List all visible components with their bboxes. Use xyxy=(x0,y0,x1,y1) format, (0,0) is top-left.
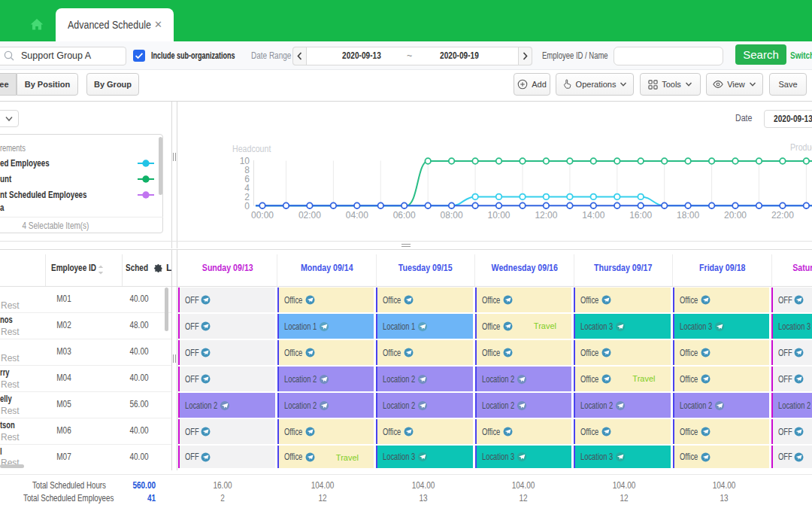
svg-text:02:00: 02:00 xyxy=(298,210,321,221)
svg-text:16:00: 16:00 xyxy=(629,210,652,221)
svg-text:18:00: 18:00 xyxy=(677,210,699,221)
svg-text:04:00: 04:00 xyxy=(346,210,368,221)
svg-text:14:00: 14:00 xyxy=(582,210,604,221)
svg-text:22:00: 22:00 xyxy=(771,210,794,221)
svg-text:0: 0 xyxy=(244,201,250,211)
svg-text:12:00: 12:00 xyxy=(535,210,557,221)
svg-text:08:00: 08:00 xyxy=(441,210,463,221)
svg-text:00:00: 00:00 xyxy=(251,210,274,221)
svg-text:20:00: 20:00 xyxy=(724,210,747,221)
svg-text:10:00: 10:00 xyxy=(487,210,510,221)
svg-text:06:00: 06:00 xyxy=(393,210,416,221)
